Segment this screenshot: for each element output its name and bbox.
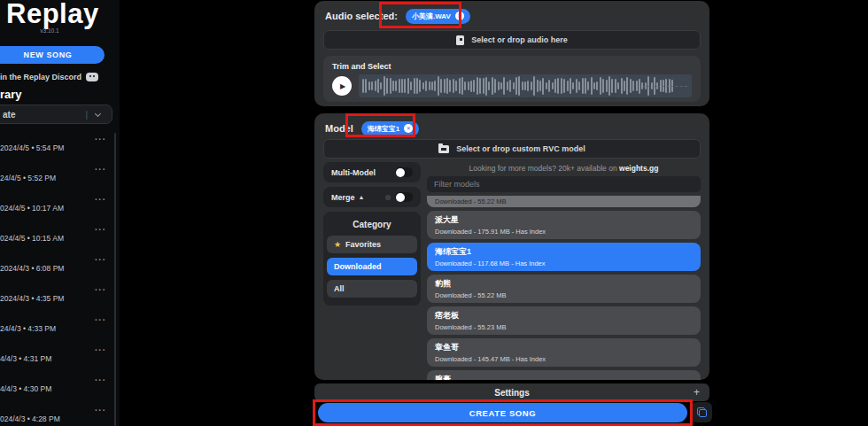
waveform-bar xyxy=(500,82,502,89)
waveform-bar xyxy=(390,78,391,95)
category-item-favorites[interactable]: ★Favorites xyxy=(327,236,417,253)
model-item-subtitle: Downloaded - 145.47 MB - Has Index xyxy=(435,355,693,363)
library-item-date: 4/4/3 • 4:31 PM xyxy=(0,354,51,363)
create-song-button[interactable]: CREATE SONG xyxy=(318,403,687,422)
waveform-bar xyxy=(422,82,424,89)
waveform-bar xyxy=(542,78,544,95)
waveform-bar xyxy=(459,78,461,94)
library-item[interactable]: 024/4/5 • 10:17 AM··· xyxy=(0,193,113,223)
waveform-bar xyxy=(371,81,373,90)
library-item[interactable]: 2024/4/5 • 5:54 PM··· xyxy=(0,133,113,163)
model-chip[interactable]: 海绵宝宝1 ✕ xyxy=(361,121,419,136)
model-chip-label: 海绵宝宝1 xyxy=(368,124,399,134)
close-icon[interactable]: ✕ xyxy=(404,124,413,133)
weights-gg-link[interactable]: weights.gg xyxy=(619,164,658,173)
item-menu-icon[interactable]: ··· xyxy=(95,345,106,355)
multi-model-toggle-row[interactable]: Multi-Model xyxy=(323,162,421,182)
library-item[interactable]: 2024/4/3 • 6:08 PM··· xyxy=(0,253,113,283)
library-item[interactable]: 4/4/3 • 4:31 PM··· xyxy=(0,344,113,374)
merge-label: Merge xyxy=(331,193,355,202)
waveform-bar xyxy=(453,79,454,93)
item-menu-icon[interactable]: ··· xyxy=(95,315,106,325)
waveform-bar xyxy=(386,78,388,93)
waveform-bar xyxy=(636,81,638,92)
item-menu-icon[interactable]: ··· xyxy=(95,195,106,205)
audio-selected-label: Audio selected: xyxy=(325,11,398,21)
item-menu-icon[interactable]: ··· xyxy=(95,285,106,295)
close-icon[interactable]: ✕ xyxy=(455,12,464,20)
library-item[interactable]: 024/4/3 • 4:28 PM··· xyxy=(0,404,113,426)
model-list: Downloaded - 55.22 MB派大星Downloaded - 175… xyxy=(427,196,701,380)
model-card: Model 海绵宝宝1 ✕ Select or drop custom RVC … xyxy=(314,113,709,380)
waveform-bar xyxy=(399,79,400,92)
library-item-date: 24/4/5 • 5:52 PM xyxy=(0,174,56,182)
waveform-bar xyxy=(414,78,415,94)
waveform-bar xyxy=(572,82,574,89)
waveform-bar xyxy=(515,77,517,95)
app-logo: Replay xyxy=(6,0,99,30)
category-title: Category xyxy=(327,215,417,236)
waveform-bar xyxy=(492,77,493,94)
library-item-date: 2024/4/3 • 4:35 PM xyxy=(0,294,64,303)
item-menu-icon[interactable]: ··· xyxy=(95,376,106,385)
new-song-button[interactable]: NEW SONG xyxy=(0,46,105,64)
library-item[interactable]: 2024/4/3 • 4:35 PM··· xyxy=(0,283,113,314)
model-item[interactable]: 派大星Downloaded - 175.91 MB - Has Index xyxy=(427,211,701,239)
model-label: Model xyxy=(325,123,353,134)
waveform-bar xyxy=(440,79,442,92)
filter-models-input[interactable] xyxy=(427,176,701,192)
star-icon: ★ xyxy=(334,240,341,249)
item-menu-icon[interactable]: ··· xyxy=(95,135,106,144)
model-item-subtitle: Downloaded - 55.22 MB xyxy=(435,196,693,207)
toggle-knob xyxy=(396,168,405,177)
play-button[interactable]: ▶ xyxy=(332,76,352,96)
model-item[interactable]: 腕豪Downloaded - 55.22 MB xyxy=(427,370,701,380)
waveform-bar xyxy=(395,81,397,91)
more-models-caption: Looking for more models? 20k+ available … xyxy=(427,164,701,173)
waveform-bar xyxy=(533,76,535,96)
waveform-bar xyxy=(431,81,433,90)
waveform-bar xyxy=(570,78,571,95)
merge-toggle[interactable] xyxy=(395,192,413,202)
waveform-bar xyxy=(494,79,496,93)
model-dropzone[interactable]: Select or drop custom RVC model xyxy=(323,139,701,159)
compare-button[interactable] xyxy=(692,402,712,422)
model-item[interactable]: 海绵宝宝1Downloaded - 117.68 MB - Has Index xyxy=(427,243,701,271)
item-menu-icon[interactable]: ··· xyxy=(95,225,106,235)
library-scrollbar[interactable] xyxy=(114,133,116,426)
waveform-bar xyxy=(449,80,451,92)
audio-chip[interactable]: 小美满.WAV ✕ xyxy=(406,9,470,24)
waveform-bar xyxy=(611,79,613,93)
waveform-bar xyxy=(377,79,379,94)
library-item-date: 24/4/3 • 4:33 PM xyxy=(0,324,56,333)
library-item[interactable]: 024/4/5 • 10:15 AM··· xyxy=(0,223,113,253)
audio-selected-row: Audio selected: 小美满.WAV ✕ xyxy=(325,7,470,25)
category-item-all[interactable]: All xyxy=(327,280,417,298)
sort-dropdown[interactable]: ate | xyxy=(0,105,112,124)
item-menu-icon[interactable]: ··· xyxy=(95,406,106,415)
waveform-bar xyxy=(425,81,427,91)
discord-link[interactable]: in the Replay Discord xyxy=(0,73,98,81)
library-item[interactable]: 4/4/3 • 4:30 PM··· xyxy=(0,374,113,404)
merge-toggle-row[interactable]: Merge ▲ xyxy=(323,187,421,207)
category-item-downloaded[interactable]: Downloaded xyxy=(327,258,417,275)
model-item[interactable]: 豹熊Downloaded - 55.22 MB xyxy=(427,275,701,303)
waveform-bar xyxy=(483,78,484,94)
waveform-bar xyxy=(567,81,569,91)
item-menu-icon[interactable]: ··· xyxy=(95,165,106,174)
model-item[interactable]: 章鱼哥Downloaded - 145.47 MB - Has Index xyxy=(427,338,701,367)
waveform-bar xyxy=(461,77,463,95)
multi-model-toggle[interactable] xyxy=(395,167,413,177)
item-menu-icon[interactable]: ··· xyxy=(95,255,106,265)
library-item[interactable]: 24/4/5 • 5:52 PM··· xyxy=(0,163,113,193)
model-item[interactable]: 痞老板Downloaded - 55.23 MB xyxy=(427,306,701,335)
settings-expander[interactable]: Settings + xyxy=(314,383,709,401)
model-item-partial[interactable]: Downloaded - 55.22 MB xyxy=(427,196,701,207)
library-item[interactable]: 24/4/3 • 4:33 PM··· xyxy=(0,314,113,344)
waveform[interactable] xyxy=(359,74,692,97)
model-dropzone-label: Select or drop custom RVC model xyxy=(456,144,585,153)
audio-dropzone[interactable]: Select or drop audio here xyxy=(323,30,701,50)
waveform-bar xyxy=(407,78,409,95)
category-item-label: Downloaded xyxy=(334,262,382,271)
category-items: ★FavoritesDownloadedAll xyxy=(327,236,417,298)
